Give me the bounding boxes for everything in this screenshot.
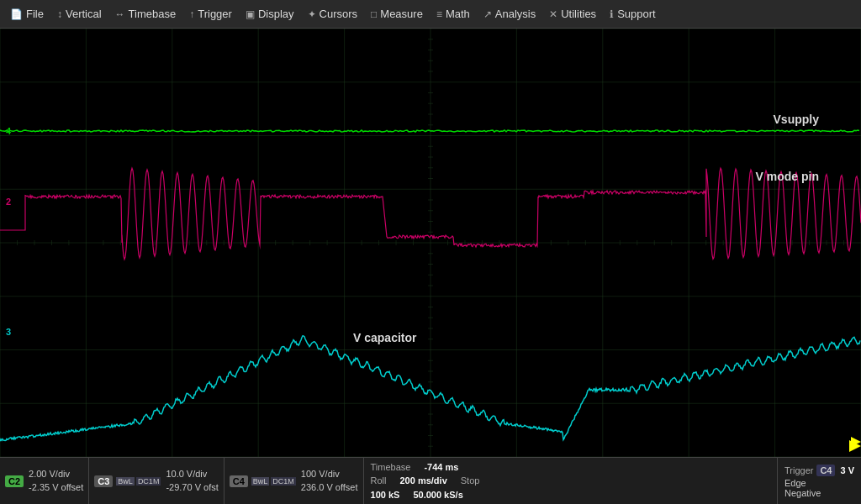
menu-measure-label: Measure xyxy=(380,8,423,20)
trigger-val: 3 V xyxy=(840,465,854,475)
c3-bwl-badge: BwL xyxy=(116,477,135,486)
menu-timebase-label: Timebase xyxy=(129,8,177,20)
support-icon: ℹ xyxy=(610,8,614,20)
c4-dc1m-badge: DC1M xyxy=(271,477,296,486)
menu-analysis[interactable]: ↗ Analysis xyxy=(477,4,542,24)
menu-support[interactable]: ℹ Support xyxy=(603,4,663,24)
analysis-icon: ↗ xyxy=(483,8,492,20)
menu-math-label: Math xyxy=(446,8,470,20)
cursors-icon: ✦ xyxy=(308,8,316,20)
menu-vertical[interactable]: ↕ Vertical xyxy=(50,4,108,24)
menu-trigger[interactable]: ↑ Trigger xyxy=(182,4,239,24)
c3-badge: C3 xyxy=(94,475,113,487)
timebase-label: Timebase xyxy=(371,460,411,475)
c2-vdiv: 2.00 V/div xyxy=(29,468,83,480)
c3-dc1m-badge: DC1M xyxy=(136,477,161,486)
menu-support-label: Support xyxy=(617,8,656,20)
menu-utilities-label: Utilities xyxy=(561,8,596,20)
trigger-ch-badge: C4 xyxy=(816,465,835,476)
measure-icon: □ xyxy=(371,8,377,20)
vmode-label: V mode pin xyxy=(756,170,819,183)
menu-trigger-label: Trigger xyxy=(198,8,232,20)
menu-display[interactable]: ▣ Display xyxy=(239,4,301,24)
file-icon: 📄 xyxy=(10,8,23,20)
statusbar: C2 2.00 V/div -2.35 V offset C3 BwL DC1M… xyxy=(0,457,861,504)
c4-vdiv: 100 V/div xyxy=(301,468,358,480)
c2-badge: C2 xyxy=(5,475,24,487)
trigger-label: Trigger xyxy=(784,465,813,475)
menu-analysis-label: Analysis xyxy=(495,8,536,20)
menu-math[interactable]: ≡ Math xyxy=(430,4,477,24)
c2-marker: 2 xyxy=(2,197,15,207)
utilities-icon: ✕ xyxy=(549,8,557,20)
c3-info: 10.0 V/div -29.70 V ofst xyxy=(166,468,218,494)
math-icon: ≡ xyxy=(436,8,442,20)
c4-status: C4 BwL DC1M 100 V/div 236.0 V offset xyxy=(224,458,364,504)
trigger-icon: ↑ xyxy=(189,8,194,20)
menu-vertical-label: Vertical xyxy=(66,8,102,20)
grid-canvas xyxy=(0,29,861,457)
c4-bwl-badge: BwL xyxy=(251,477,270,486)
menu-timebase[interactable]: ↔ Timebase xyxy=(108,4,183,24)
c2-offset: -2.35 V offset xyxy=(29,481,83,494)
ks-label: 100 kS xyxy=(371,488,400,502)
trigger-section: Trigger C4 3 V Edge Negative xyxy=(777,458,861,504)
roll-val: 200 ms/div xyxy=(400,474,447,488)
roll-label: Roll xyxy=(371,474,387,488)
display-icon: ▣ xyxy=(246,8,255,20)
c4-offset: 236.0 V offset xyxy=(301,481,358,494)
c3-offset: -29.70 V ofst xyxy=(166,481,218,494)
timebase-icon: ↔ xyxy=(115,8,125,20)
timebase-row3: 100 kS 50.000 kS/s xyxy=(371,488,770,502)
c2-info: 2.00 V/div -2.35 V offset xyxy=(29,468,83,494)
c3-marker: 3 xyxy=(2,327,15,337)
timebase-row2: Roll 200 ms/div Stop xyxy=(371,474,770,488)
c4-info: 100 V/div 236.0 V offset xyxy=(301,468,358,494)
timebase-row1: Timebase -744 ms xyxy=(371,460,770,475)
c3-vdiv: 10.0 V/div xyxy=(166,468,218,480)
menu-display-label: Display xyxy=(258,8,294,20)
menu-cursors-label: Cursors xyxy=(320,8,358,20)
c4-marker: 4 xyxy=(2,126,15,136)
vcap-label: V capacitor xyxy=(353,331,416,344)
trigger-header: Trigger C4 3 V xyxy=(784,465,854,476)
menu-file[interactable]: 📄 File xyxy=(3,4,50,24)
menu-file-label: File xyxy=(26,8,44,20)
menu-utilities[interactable]: ✕ Utilities xyxy=(542,4,603,24)
vertical-icon: ↕ xyxy=(57,8,62,20)
vsupply-label: Vsupply xyxy=(774,113,819,126)
c4-badge: C4 xyxy=(230,475,248,487)
trigger-neg: Negative xyxy=(784,488,854,498)
scope-area: Vsupply V mode pin V capacitor 4 2 3 xyxy=(0,29,861,457)
trigger-edge: Edge xyxy=(784,478,854,488)
menu-measure[interactable]: □ Measure xyxy=(364,4,430,24)
c2-status: C2 2.00 V/div -2.35 V offset xyxy=(0,458,89,504)
c3-status: C3 BwL DC1M 10.0 V/div -29.70 V ofst xyxy=(89,458,224,504)
menu-cursors[interactable]: ✦ Cursors xyxy=(301,4,365,24)
stop-label: Stop xyxy=(461,474,480,488)
timebase-section: Timebase -744 ms Roll 200 ms/div Stop 10… xyxy=(364,458,777,504)
ks-val: 50.000 kS/s xyxy=(413,488,462,502)
menubar: 📄 File ↕ Vertical ↔ Timebase ↑ Trigger ▣… xyxy=(0,0,861,29)
timebase-val: -744 ms xyxy=(424,460,458,475)
